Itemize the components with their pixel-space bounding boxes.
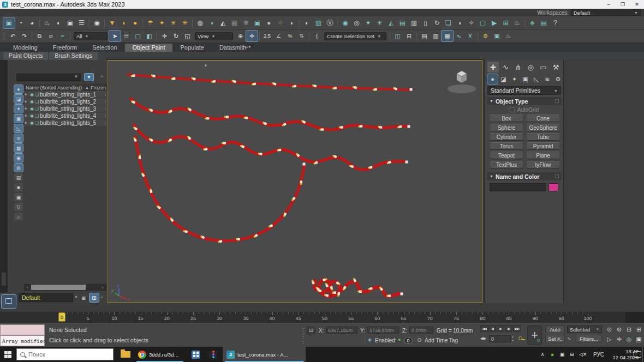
- quad-grid-icon[interactable]: ⊞: [500, 17, 511, 28]
- object-type-rollout[interactable]: ▼ Object Type: [487, 97, 562, 105]
- textplus-button[interactable]: TextPlus: [490, 161, 523, 168]
- playblast-icon[interactable]: ▶: [488, 17, 500, 28]
- tray-green-app-icon[interactable]: ●: [548, 347, 557, 362]
- advanced-filter-icon[interactable]: ▽: [14, 203, 23, 211]
- explorer-horizontal-scrollbar[interactable]: ‹ ›: [24, 284, 106, 291]
- turntable-icon[interactable]: ↻: [431, 17, 443, 28]
- layer-row[interactable]: ▸ ◉ ❏ bulbrite_string_lights_3 ⁞: [24, 105, 107, 112]
- go-to-end-button[interactable]: ▶▶|: [513, 325, 521, 332]
- file-explorer-task[interactable]: [117, 347, 134, 362]
- spinner-snap-icon[interactable]: ⇅: [296, 31, 307, 41]
- viewport-layout-tab-button[interactable]: [1, 294, 16, 309]
- matte-sphere-icon[interactable]: ●: [263, 17, 275, 28]
- physical-camera-icon[interactable]: ◉: [339, 17, 351, 28]
- bind-spacewarp-icon[interactable]: ≈: [57, 31, 68, 41]
- selection-filter-select[interactable]: All ▼: [74, 32, 108, 40]
- layer-explorer-icon[interactable]: ▤: [419, 31, 430, 41]
- overflow-chevron-icon[interactable]: »: [100, 74, 103, 79]
- x-coordinate-field[interactable]: 6367,155m: [326, 327, 357, 334]
- pan-icon[interactable]: ✛: [615, 335, 624, 343]
- layer-list-icon[interactable]: ≣: [79, 293, 88, 302]
- angle-snap-icon[interactable]: ∠: [273, 31, 284, 41]
- tab-populate[interactable]: Populate: [172, 44, 211, 52]
- dock-grip[interactable]: [2, 273, 6, 286]
- sort-color-icon[interactable]: ▣: [14, 193, 23, 201]
- curve-editor-icon[interactable]: ∿: [453, 31, 464, 41]
- frozen-toggle-icon[interactable]: ⁞: [105, 92, 106, 97]
- frame-spinner[interactable]: ▴▾: [512, 335, 514, 342]
- explorer-filter-icon[interactable]: ▼: [84, 73, 94, 81]
- umbrella-light-icon[interactable]: ☂: [145, 17, 156, 28]
- active-layer-select[interactable]: Default: [19, 293, 73, 302]
- cylinder-button[interactable]: Cylinder: [490, 133, 523, 141]
- primitive-category-select[interactable]: Standard Primitives ▼: [487, 86, 561, 95]
- y-coordinate-field[interactable]: 2738,804m: [367, 327, 399, 334]
- select-place-icon[interactable]: ✛: [246, 31, 258, 41]
- sort-type-icon[interactable]: ■: [14, 183, 23, 191]
- sun-light-icon[interactable]: ☀: [168, 17, 179, 28]
- action-center-icon[interactable]: [632, 347, 643, 362]
- maximize-viewport-icon[interactable]: ▣: [634, 335, 643, 343]
- gamma-toggle-icon[interactable]: ◔: [15, 17, 26, 28]
- rect-region-icon[interactable]: ▢: [132, 31, 144, 41]
- viewport-canvas[interactable]: z x y: [108, 61, 482, 303]
- close-button[interactable]: ✕: [630, 0, 644, 9]
- string-lights-3[interactable]: [134, 125, 407, 170]
- render-setup-icon[interactable]: ⚙: [480, 31, 491, 41]
- workspaces-select[interactable]: Default ▼: [571, 9, 641, 16]
- minimize-button[interactable]: –: [601, 0, 616, 9]
- bulb-light-icon[interactable]: ✦: [156, 17, 168, 28]
- select-link-icon[interactable]: ⧉: [34, 31, 45, 41]
- absolute-mode-toggle-icon[interactable]: ⊡: [307, 327, 315, 334]
- current-frame-marker[interactable]: 0: [58, 312, 65, 322]
- filter-groups-icon[interactable]: ▦: [14, 144, 23, 152]
- go-to-start-button[interactable]: |◀◀: [480, 325, 488, 332]
- render-teapot-icon[interactable]: ♨: [41, 17, 53, 28]
- previous-frame-button[interactable]: ◀|: [488, 325, 496, 332]
- maxscript-listener-white[interactable]: Array modifier: [0, 335, 45, 346]
- layer-row[interactable]: ▸ ◉ ❏ bulbrite_string_lights_1 ⁞: [24, 91, 107, 98]
- scrollbar-thumb[interactable]: [31, 285, 86, 290]
- string-lights-4[interactable]: [135, 137, 305, 241]
- color-checker-icon[interactable]: ⁘: [275, 17, 286, 28]
- zoom-all-icon[interactable]: ⊚: [615, 325, 624, 334]
- render-production-icon[interactable]: ♨: [503, 31, 514, 41]
- dope-sheet-icon[interactable]: ⊻: [464, 31, 476, 41]
- cone-button[interactable]: Cone: [526, 114, 560, 122]
- video-camera-icon[interactable]: ◉: [91, 17, 103, 28]
- autogrid-checkbox[interactable]: [510, 107, 515, 112]
- auto-key-button[interactable]: Auto: [545, 325, 565, 333]
- play-animation-button[interactable]: ▶: [497, 325, 504, 332]
- filter-geometry-icon[interactable]: ●: [14, 85, 23, 93]
- notes-icon[interactable]: ▤: [538, 17, 550, 28]
- geometry-category-icon[interactable]: ●: [487, 74, 498, 84]
- use-pivot-icon[interactable]: ⊕: [235, 31, 246, 41]
- filter-visibility-icon[interactable]: ◍: [14, 164, 23, 172]
- start-button[interactable]: [0, 347, 15, 362]
- funnel-light-icon[interactable]: ▼: [106, 17, 118, 28]
- exposure-control-icon[interactable]: ◕: [26, 17, 38, 28]
- gradient-map-icon[interactable]: ▥: [313, 17, 324, 28]
- toggle-explorer-icon[interactable]: ▦: [442, 31, 453, 41]
- next-frame-button[interactable]: |▶: [505, 325, 512, 332]
- key-filters-icon[interactable]: [518, 336, 522, 340]
- snap-toggle-icon[interactable]: 2.5: [261, 31, 273, 41]
- render-presets-icon[interactable]: ▣: [3, 17, 15, 28]
- align-icon[interactable]: ⊟: [403, 31, 415, 41]
- z-coordinate-field[interactable]: 0,0mm: [409, 327, 433, 334]
- rollout-pin-icon[interactable]: [555, 99, 559, 103]
- frame-buffer-icon[interactable]: ▣: [64, 17, 76, 28]
- maximize-button[interactable]: ❐: [616, 0, 630, 9]
- box-button[interactable]: Box: [490, 114, 523, 122]
- string-lights-5[interactable]: [314, 280, 402, 297]
- grid-helper-icon[interactable]: ▦: [229, 17, 240, 28]
- chrome-task[interactable]: 3ddd.ru/3dmodels/…: [134, 347, 186, 362]
- expand-arrow-icon[interactable]: ▸: [25, 92, 29, 96]
- filter-cameras-icon[interactable]: ▣: [14, 114, 23, 123]
- ribbon-config-icon[interactable]: ▭▾: [245, 44, 251, 51]
- filter-xrefs-icon[interactable]: ◉: [14, 154, 23, 162]
- pyramid-button[interactable]: Pyramid: [526, 142, 560, 150]
- enabled-count-badge[interactable]: 0: [404, 337, 413, 344]
- name-column-header[interactable]: Name (Sorted Ascending): [26, 85, 82, 90]
- filter-spacewarps-icon[interactable]: ≋: [14, 134, 23, 142]
